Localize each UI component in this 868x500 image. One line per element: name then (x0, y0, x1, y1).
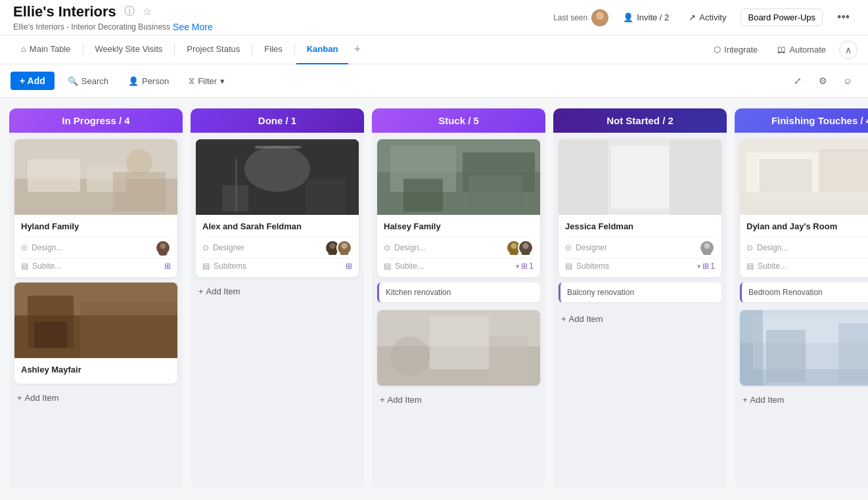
last-seen: Last seen (553, 9, 608, 26)
card-halsey[interactable]: Halsey Family ⊙ Design... (377, 139, 540, 277)
activity-button[interactable]: ↗ Activity (683, 10, 731, 25)
in-progress-add-item[interactable]: + Add Item (14, 389, 177, 407)
column-stuck-body: Halsey Family ⊙ Design... (372, 133, 545, 489)
svg-rect-43 (611, 146, 669, 208)
card-dylan-title: Dylan and Jay's Room (746, 221, 868, 231)
tab-kanban[interactable]: Kanban (296, 35, 349, 64)
integrate-button[interactable]: ⬡ Integrate (707, 42, 764, 57)
tab-files[interactable]: Files (254, 35, 292, 64)
column-not-started: Not Started / 2 Jessica Feldman (553, 108, 727, 489)
halsey-avatar-2 (518, 240, 534, 256)
svg-point-8 (160, 243, 166, 248)
invite-button[interactable]: 👤 Invite / 2 (618, 10, 674, 25)
not-started-add-item[interactable]: + Add Item (559, 310, 721, 328)
board-power-ups-button[interactable]: Board Power-Ups (741, 9, 823, 26)
smiley-icon[interactable]: ☺ (838, 71, 857, 91)
card-alex-sarah[interactable]: Alex and Sarah Feldman ⊙ Designer (196, 139, 359, 277)
subitems-field-icon: ▤ (21, 261, 28, 271)
svg-rect-62 (740, 310, 763, 386)
stuck-add-item-icon: + (380, 395, 385, 405)
card-finishing-second[interactable] (740, 310, 868, 386)
header-left: Ellie's Interiors ⓘ ☆ Ellie's Interiors … (13, 3, 213, 32)
alex-avatars (327, 240, 352, 256)
svg-rect-20 (235, 159, 237, 212)
card-dylan-body: Dylan and Jay's Room ⊙ Design... ! ▤ (740, 215, 868, 277)
see-more-link[interactable]: See More (173, 22, 213, 32)
star-icon[interactable]: ☆ (143, 5, 152, 18)
info-icon[interactable]: ⓘ (124, 5, 135, 18)
integrate-label: Integrate (724, 45, 758, 55)
card-alex-title: Alex and Sarah Feldman (202, 221, 352, 231)
filter-button[interactable]: ⧖ Filter ▾ (182, 72, 231, 90)
header-right: Last seen 👤 Invite / 2 ↗ Activity Board … (553, 8, 855, 27)
halsey-subitems-grid-icon: ⊞ (521, 261, 528, 271)
column-done-title: Done / 1 (258, 115, 296, 126)
card-jessica-title: Jessica Feldman (565, 221, 715, 231)
person-button[interactable]: 👤 Person (122, 72, 175, 90)
automate-button[interactable]: 🕮 Automate (771, 42, 833, 57)
invite-icon: 👤 (623, 12, 633, 22)
card-dylan[interactable]: Dylan and Jay's Room ⊙ Design... ! ▤ (740, 139, 868, 277)
card-dylan-image (740, 139, 868, 215)
toolbar: + Add 🔍 Search 👤 Person ⧖ Filter ▾ ⤢ ⚙ ☺ (0, 64, 868, 98)
person-icon: 👤 (128, 76, 139, 86)
svg-point-24 (341, 243, 347, 249)
kitchen-subitem-label: Kitchen renovation (386, 288, 451, 297)
jessica-expand-icon: ▾ (697, 262, 701, 271)
column-not-started-header: Not Started / 2 (553, 108, 727, 133)
finishing-add-item[interactable]: + Add Item (740, 391, 868, 409)
add-item-label: Add Item (25, 393, 59, 403)
automate-label: Automate (789, 45, 826, 55)
stuck-add-item[interactable]: + Add Item (377, 391, 540, 409)
card-ashley-mayfair[interactable]: Ashley Mayfair (14, 283, 177, 384)
svg-point-1 (594, 21, 606, 26)
card-jessica-designer-field: ⊙ Designer (565, 237, 715, 258)
settings-icon[interactable]: ⚙ (813, 71, 833, 91)
finishing-subitem-bedroom[interactable]: Bedroom Renovation (740, 283, 868, 302)
halsey-avatars (509, 240, 534, 256)
column-done-body: Alex and Sarah Feldman ⊙ Designer (191, 133, 364, 489)
svg-rect-51 (760, 159, 812, 192)
search-icon: 🔍 (68, 76, 78, 86)
stuck-subitem-kitchen[interactable]: Kitchen renovation (377, 283, 540, 302)
card-dylan-designer-field: ⊙ Design... ! (746, 237, 868, 258)
svg-point-47 (703, 250, 712, 255)
header-title-group: Ellie's Interiors ⓘ ☆ Ellie's Interiors … (13, 3, 213, 32)
card-finishing-second-image (740, 310, 868, 386)
tab-weekly-site-visits[interactable]: Weekly Site Visits (85, 35, 173, 64)
kanban-board: In Progress / 4 Hyland Family (0, 98, 868, 499)
collapse-button[interactable]: ∧ (839, 41, 857, 59)
add-tab-button[interactable]: + (348, 43, 366, 57)
column-finishing-body: Dylan and Jay's Room ⊙ Design... ! ▤ (735, 133, 868, 489)
card-jessica[interactable]: Jessica Feldman ⊙ Designer ▤ Subitems (559, 139, 721, 277)
done-add-item[interactable]: + Add Item (196, 283, 359, 300)
card-alex-body: Alex and Sarah Feldman ⊙ Designer (196, 215, 359, 277)
not-started-subitem-balcony[interactable]: Balcony renovation (559, 283, 721, 302)
alex-subitems-label: Subitems (214, 261, 246, 271)
tab-main-table[interactable]: ⌂ Main Table (11, 35, 81, 64)
expand-icon[interactable]: ⤢ (788, 71, 808, 91)
jessica-subitems-indicator: ▾ ⊞ 1 (697, 261, 715, 271)
column-done: Done / 1 Alex and Sarah Fe (191, 108, 364, 489)
svg-rect-7 (113, 172, 166, 212)
last-seen-avatar (591, 9, 608, 26)
tab-project-status-label: Project Status (187, 44, 240, 54)
search-button[interactable]: 🔍 Search (61, 72, 115, 90)
alex-avatar-2 (336, 240, 352, 256)
more-options-button[interactable]: ••• (832, 8, 855, 27)
svg-rect-38 (430, 317, 489, 369)
svg-point-46 (704, 243, 710, 249)
tab-project-status[interactable]: Project Status (176, 35, 250, 64)
card-alex-image (196, 139, 359, 215)
card-hyland-family[interactable]: Hyland Family ⊙ Design... ▤ Subite... (14, 139, 177, 277)
card-ashley-title: Ashley Mayfair (21, 365, 171, 375)
invite-label: Invite / 2 (637, 12, 669, 22)
done-add-item-icon: + (198, 286, 204, 296)
svg-point-33 (510, 250, 518, 255)
svg-rect-30 (403, 179, 443, 212)
alex-subitems-grid-icon: ⊞ (346, 261, 352, 271)
jessica-avatars (702, 240, 715, 256)
add-button[interactable]: + Add (11, 72, 55, 90)
column-in-progress: In Progress / 4 Hyland Family (9, 108, 183, 489)
card-halsey-second[interactable] (377, 310, 540, 386)
